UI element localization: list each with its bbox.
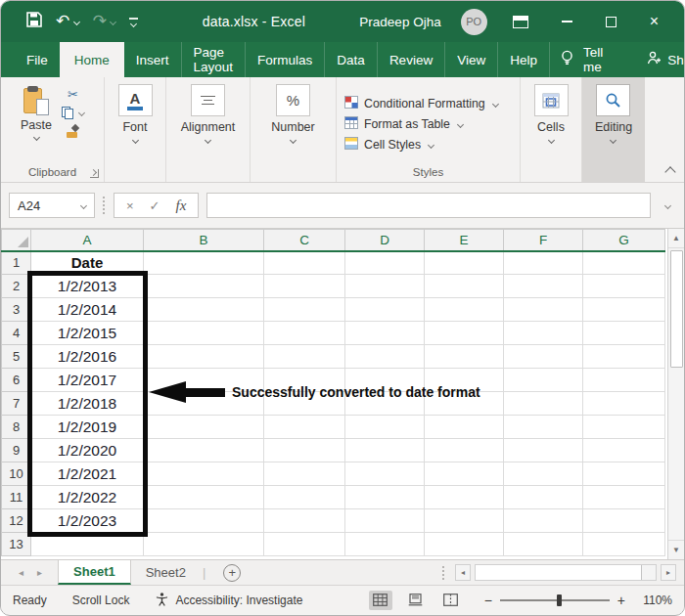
cell-F2[interactable] (504, 275, 583, 298)
cell-B11[interactable] (144, 486, 264, 509)
minimize-button[interactable] (562, 21, 572, 22)
font-group[interactable]: A Font (105, 77, 166, 182)
cell-F8[interactable] (504, 416, 583, 439)
column-header-G[interactable]: G (583, 230, 665, 251)
row-header-5[interactable]: 5 (2, 345, 31, 369)
cell-C11[interactable] (264, 486, 345, 509)
cell-E10[interactable] (425, 462, 504, 486)
paste-button[interactable]: Paste (21, 84, 52, 140)
scroll-down-icon[interactable]: ▼ (668, 540, 685, 559)
clipboard-dialog-launcher-icon[interactable] (90, 169, 99, 178)
row-header-2[interactable]: 2 (2, 275, 31, 298)
column-header-D[interactable]: D (345, 230, 425, 251)
cell-D3[interactable] (345, 298, 425, 322)
column-header-B[interactable]: B (144, 230, 264, 251)
cell-G6[interactable] (583, 369, 665, 392)
sheet-tab-sheet1[interactable]: Sheet1 (58, 560, 131, 585)
next-sheet-icon[interactable]: ▸ (37, 567, 42, 578)
tab-view[interactable]: View (445, 42, 498, 77)
alignment-group[interactable]: Alignment (166, 77, 251, 182)
avatar[interactable]: PO (461, 9, 487, 35)
cell-G4[interactable] (583, 322, 665, 345)
cell-C4[interactable] (264, 322, 345, 345)
row-header-3[interactable]: 3 (2, 298, 31, 322)
tab-formulas[interactable]: Formulas (246, 42, 325, 77)
cell-E11[interactable] (425, 486, 504, 509)
cell-E4[interactable] (425, 322, 504, 345)
tell-me-button[interactable]: Tell me (550, 45, 613, 74)
tab-page-layout[interactable]: Page Layout (182, 42, 247, 77)
column-header-F[interactable]: F (504, 230, 583, 251)
cell-D10[interactable] (345, 462, 425, 486)
cell-C2[interactable] (264, 275, 345, 298)
cell-B13[interactable] (144, 533, 264, 556)
cell-F7[interactable] (504, 392, 583, 416)
row-header-7[interactable]: 7 (2, 392, 31, 416)
cell-G1[interactable] (583, 251, 665, 275)
redo-button[interactable]: ↷ (93, 13, 116, 30)
cell-C13[interactable] (264, 533, 345, 556)
cell-F11[interactable] (504, 486, 583, 509)
scroll-right-icon[interactable]: ▸ (661, 564, 676, 581)
expand-formula-bar-icon[interactable] (659, 203, 676, 208)
cancel-icon[interactable]: × (126, 198, 134, 213)
sheet-tab-sheet2[interactable]: Sheet2 (131, 560, 201, 585)
cut-icon[interactable]: ✂ (68, 88, 78, 101)
column-header-A[interactable]: A (31, 230, 144, 251)
save-icon[interactable] (26, 12, 42, 31)
maximize-button[interactable] (606, 17, 616, 27)
cell-C3[interactable] (264, 298, 345, 322)
row-header-9[interactable]: 9 (2, 439, 31, 462)
editing-group[interactable]: Editing (582, 77, 645, 182)
zoom-slider-handle[interactable] (557, 594, 562, 606)
cell-B10[interactable] (144, 462, 264, 486)
share-button[interactable]: Share (646, 51, 685, 68)
cell-E3[interactable] (425, 298, 504, 322)
insert-function-icon[interactable]: fx (176, 198, 187, 214)
close-button[interactable]: × (650, 13, 659, 30)
cell-E9[interactable] (425, 439, 504, 462)
cell-C12[interactable] (264, 509, 345, 533)
cell-A11[interactable]: 1/2/2022 (31, 486, 144, 509)
ribbon-display-options-icon[interactable] (513, 16, 528, 28)
cell-A5[interactable]: 1/2/2016 (31, 345, 144, 369)
vertical-scrollbar[interactable]: ▲ ▼ (667, 229, 684, 559)
row-header-13[interactable]: 13 (2, 533, 31, 556)
cell-F12[interactable] (504, 509, 583, 533)
cell-D4[interactable] (345, 322, 425, 345)
zoom-slider[interactable] (500, 594, 610, 607)
cell-D13[interactable] (345, 533, 425, 556)
cell-F13[interactable] (504, 533, 583, 556)
cell-G13[interactable] (583, 533, 665, 556)
normal-view-button[interactable] (369, 591, 392, 610)
cell-G11[interactable] (583, 486, 665, 509)
cell-C10[interactable] (264, 462, 345, 486)
cell-B3[interactable] (144, 298, 264, 322)
paste-dropdown-icon[interactable] (32, 134, 39, 141)
undo-button[interactable]: ↶ (56, 13, 79, 30)
format-painter-icon[interactable] (67, 125, 79, 138)
row-header-12[interactable]: 12 (2, 509, 31, 533)
collapse-ribbon-icon[interactable] (664, 166, 675, 177)
zoom-in-icon[interactable]: + (617, 593, 625, 608)
zoom-out-icon[interactable]: − (484, 593, 492, 608)
row-header-10[interactable]: 10 (2, 462, 31, 486)
page-layout-view-button[interactable] (404, 591, 428, 610)
cell-G2[interactable] (583, 275, 665, 298)
cell-D11[interactable] (345, 486, 425, 509)
cell-D1[interactable] (345, 251, 425, 275)
cell-E8[interactable] (425, 416, 504, 439)
format-as-table-button[interactable]: Format as Table (344, 116, 463, 132)
prev-sheet-icon[interactable]: ◂ (19, 567, 23, 578)
tab-help[interactable]: Help (498, 42, 550, 77)
cell-D8[interactable] (345, 416, 425, 439)
cell-F3[interactable] (504, 298, 583, 322)
row-header-6[interactable]: 6 (2, 369, 31, 392)
cell-E2[interactable] (425, 275, 504, 298)
cell-D2[interactable] (345, 275, 425, 298)
cell-A10[interactable]: 1/2/2021 (31, 462, 144, 486)
cell-B2[interactable] (144, 275, 264, 298)
number-group[interactable]: % Number (251, 77, 337, 182)
cell-A7[interactable]: 1/2/2018 (31, 392, 144, 416)
cell-F6[interactable] (504, 369, 583, 392)
